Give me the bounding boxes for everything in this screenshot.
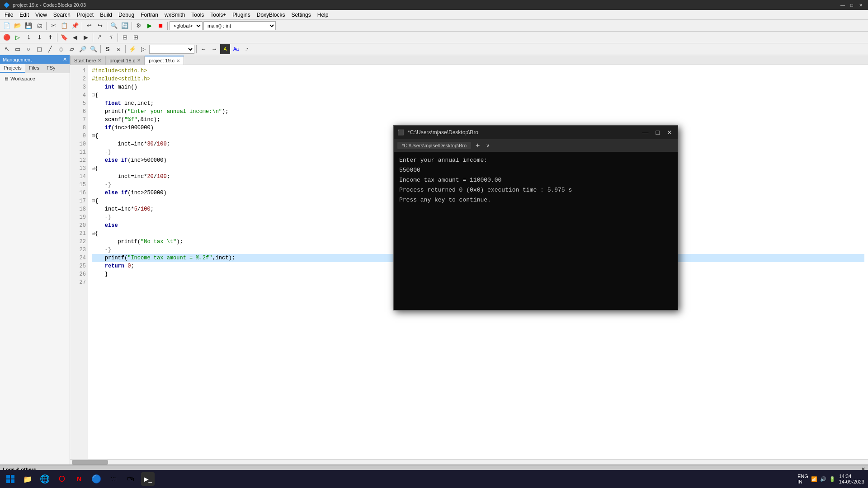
menu-item-wxsmith[interactable]: wxSmith bbox=[162, 11, 188, 19]
ellipse-icon[interactable]: ○ bbox=[24, 44, 33, 54]
tab-close-1[interactable]: ✕ bbox=[137, 58, 141, 63]
regex-icon[interactable]: .* bbox=[242, 44, 252, 54]
comment-icon[interactable]: /* bbox=[95, 33, 105, 42]
console-tab-1[interactable]: *C:\Users\mjase\Desktop\Bro bbox=[397, 142, 471, 149]
line-icon[interactable]: ╱ bbox=[45, 44, 55, 54]
menu-item-tools+[interactable]: Tools+ bbox=[208, 11, 229, 19]
new-file-icon[interactable]: 📄 bbox=[2, 21, 12, 31]
menu-item-build[interactable]: Build bbox=[97, 11, 115, 19]
menu-item-project[interactable]: Project bbox=[74, 11, 96, 19]
compile-icon[interactable]: ⚡ bbox=[127, 44, 137, 54]
copy-icon[interactable]: 📋 bbox=[59, 21, 69, 31]
sidebar-tab-projects[interactable]: Projects bbox=[0, 64, 25, 73]
console-close-icon[interactable]: ✕ bbox=[665, 129, 674, 136]
bookmark-icon[interactable]: 🔖 bbox=[59, 33, 69, 42]
menu-item-plugins[interactable]: Plugins bbox=[230, 11, 253, 19]
open-file-icon[interactable]: 📂 bbox=[13, 21, 23, 31]
taskbar-start-icon[interactable] bbox=[4, 472, 17, 486]
taskbar-opera-icon[interactable]: O bbox=[55, 472, 69, 486]
tray-wifi-icon[interactable]: 📶 bbox=[811, 476, 817, 482]
save-icon[interactable]: 💾 bbox=[24, 21, 33, 31]
cursor-icon[interactable]: ↖ bbox=[2, 44, 12, 54]
sidebar-tab-files[interactable]: Files bbox=[25, 64, 43, 73]
console-restore-icon[interactable]: □ bbox=[654, 129, 661, 136]
menu-item-tools[interactable]: Tools bbox=[189, 11, 207, 19]
step-over-icon[interactable]: ⤵ bbox=[24, 33, 33, 42]
taskbar-file-explorer-icon[interactable]: 📁 bbox=[21, 472, 34, 486]
prev-bookmark-icon[interactable]: ◀ bbox=[70, 33, 80, 42]
paste-icon[interactable]: 📌 bbox=[70, 21, 80, 31]
console-add-tab-icon[interactable]: + bbox=[473, 141, 482, 150]
redo-icon[interactable]: ↪ bbox=[95, 21, 105, 31]
step-in-icon[interactable]: ⬇ bbox=[34, 33, 44, 42]
sidebar-tab-fsy[interactable]: FSy bbox=[43, 64, 59, 73]
taskbar-chrome-icon[interactable]: 🔵 bbox=[90, 472, 103, 486]
global-scope-combo[interactable]: <global> bbox=[170, 21, 203, 30]
save-all-icon[interactable]: 🗂 bbox=[34, 21, 44, 31]
line-num-19: 19 bbox=[70, 213, 86, 221]
close-button[interactable]: ✕ bbox=[857, 1, 864, 9]
highlight-icon[interactable]: A bbox=[220, 44, 230, 54]
parallelogram-icon[interactable]: ▱ bbox=[67, 44, 77, 54]
function-scope-combo[interactable]: main() : int bbox=[203, 21, 276, 30]
unfold-icon[interactable]: ⊞ bbox=[131, 33, 141, 42]
menu-item-debug[interactable]: Debug bbox=[116, 11, 137, 19]
breakpoint-icon[interactable]: 🔴 bbox=[2, 33, 12, 42]
sidebar-close-icon[interactable]: ✕ bbox=[63, 56, 67, 62]
taskbar-netflix-icon[interactable]: N bbox=[72, 472, 86, 486]
stop-icon[interactable]: ⏹ bbox=[156, 21, 165, 31]
editor-tab-2[interactable]: project 19.c✕ bbox=[145, 56, 184, 65]
console-window: ⬛ *C:\Users\mjase\Desktop\Bro — □ ✕ *C:\… bbox=[393, 125, 678, 310]
taskbar-edge-icon[interactable]: 🌐 bbox=[38, 472, 52, 486]
cut-icon[interactable]: ✂ bbox=[48, 21, 58, 31]
font-color-icon[interactable]: Aa bbox=[231, 44, 241, 54]
fold-icon[interactable]: ⊟ bbox=[120, 33, 130, 42]
menu-item-doxyblocks[interactable]: DoxyBlocks bbox=[254, 11, 288, 19]
zoom-out-icon[interactable]: 🔍 bbox=[89, 44, 99, 54]
tray-speaker-icon[interactable]: 🔊 bbox=[820, 476, 826, 482]
draw-combo[interactable] bbox=[149, 45, 194, 54]
round-rect-icon[interactable]: ▢ bbox=[34, 44, 44, 54]
step-out-icon[interactable]: ⬆ bbox=[45, 33, 55, 42]
horizontal-scrollbar[interactable] bbox=[70, 459, 868, 465]
taskbar-terminal-icon[interactable]: ▶_ bbox=[141, 472, 155, 486]
menu-item-view[interactable]: View bbox=[33, 11, 50, 19]
rect-icon[interactable]: ▭ bbox=[13, 44, 23, 54]
sidebar-workspace[interactable]: 🖥 Workspace bbox=[2, 75, 68, 82]
run2-icon[interactable]: ▷ bbox=[138, 44, 148, 54]
uppercase-icon[interactable]: S bbox=[103, 44, 113, 54]
left-arrow-icon[interactable]: ← bbox=[198, 44, 208, 54]
tab-close-2[interactable]: ✕ bbox=[176, 58, 180, 63]
undo-icon[interactable]: ↩ bbox=[84, 21, 94, 31]
replace-icon[interactable]: 🔄 bbox=[120, 21, 130, 31]
maximize-button[interactable]: □ bbox=[848, 1, 855, 9]
menu-item-fortran[interactable]: Fortran bbox=[138, 11, 161, 19]
build-icon[interactable]: ⚙ bbox=[134, 21, 144, 31]
code-line-5: float inc,inct; bbox=[92, 99, 864, 108]
diamond-icon[interactable]: ◇ bbox=[56, 44, 66, 54]
taskbar-store-icon[interactable]: 🛍 bbox=[124, 472, 137, 486]
uncomment-icon[interactable]: */ bbox=[106, 33, 116, 42]
menu-item-file[interactable]: File bbox=[2, 11, 16, 19]
console-chevron-icon[interactable]: ∨ bbox=[486, 143, 490, 149]
menu-item-edit[interactable]: Edit bbox=[17, 11, 32, 19]
next-bookmark-icon[interactable]: ▶ bbox=[81, 33, 91, 42]
debug-run-icon[interactable]: ▷ bbox=[13, 33, 23, 42]
console-minimize-icon[interactable]: — bbox=[641, 129, 651, 136]
right-arrow-icon[interactable]: → bbox=[209, 44, 219, 54]
line-num-23: 23 bbox=[70, 246, 86, 254]
menu-item-search[interactable]: Search bbox=[51, 11, 73, 19]
editor-tab-1[interactable]: project 18.c✕ bbox=[105, 56, 145, 65]
run-icon[interactable]: ▶ bbox=[145, 21, 155, 31]
tab-close-0[interactable]: ✕ bbox=[98, 58, 101, 63]
zoom-in-icon[interactable]: 🔎 bbox=[78, 44, 88, 54]
editor-tab-0[interactable]: Start here✕ bbox=[70, 56, 105, 65]
menu-item-help[interactable]: Help bbox=[315, 11, 331, 19]
menu-item-settings[interactable]: Settings bbox=[288, 11, 313, 19]
minimize-button[interactable]: — bbox=[839, 1, 846, 9]
system-tray: ENGIN 📶 🔊 🔋 bbox=[797, 474, 835, 484]
lowercase-icon[interactable]: s bbox=[113, 44, 123, 54]
taskbar-files-icon[interactable]: 🗂 bbox=[107, 472, 120, 486]
search-icon[interactable]: 🔍 bbox=[109, 21, 119, 31]
tray-battery-icon[interactable]: 🔋 bbox=[829, 476, 835, 482]
